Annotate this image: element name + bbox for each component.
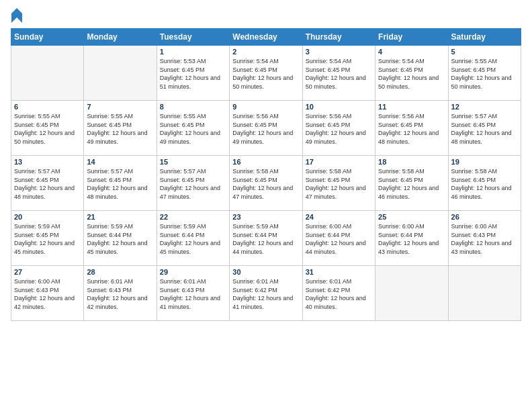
calendar-cell: 24Sunrise: 6:00 AMSunset: 6:44 PMDayligh…: [302, 211, 375, 266]
weekday-header: Monday: [84, 29, 157, 46]
weekday-header: Saturday: [448, 29, 521, 46]
day-number: 19: [451, 158, 518, 166]
calendar-cell: 25Sunrise: 6:00 AMSunset: 6:44 PMDayligh…: [375, 211, 448, 266]
day-number: 11: [378, 103, 445, 111]
calendar-cell: 1Sunrise: 5:53 AMSunset: 6:45 PMDaylight…: [157, 46, 229, 101]
day-number: 10: [306, 103, 372, 111]
cell-content: Sunrise: 6:01 AMSunset: 6:42 PMDaylight:…: [306, 277, 372, 311]
cell-content: Sunrise: 5:59 AMSunset: 6:44 PMDaylight:…: [232, 222, 299, 256]
calendar-cell: 15Sunrise: 5:57 AMSunset: 6:45 PMDayligh…: [157, 156, 229, 211]
cell-content: Sunrise: 5:54 AMSunset: 6:45 PMDaylight:…: [232, 57, 299, 91]
day-number: 9: [232, 103, 299, 111]
calendar-cell: 13Sunrise: 5:57 AMSunset: 6:45 PMDayligh…: [11, 156, 84, 211]
day-number: 28: [87, 268, 153, 276]
calendar-cell: 5Sunrise: 5:55 AMSunset: 6:45 PMDaylight…: [448, 46, 521, 101]
calendar-cell: 19Sunrise: 5:58 AMSunset: 6:45 PMDayligh…: [448, 156, 521, 211]
day-number: 13: [14, 158, 81, 166]
calendar-cell: 12Sunrise: 5:57 AMSunset: 6:45 PMDayligh…: [448, 101, 521, 156]
cell-content: Sunrise: 5:57 AMSunset: 6:45 PMDaylight:…: [451, 112, 518, 146]
day-number: 14: [87, 158, 153, 166]
day-number: 22: [160, 213, 226, 221]
cell-content: Sunrise: 5:59 AMSunset: 6:44 PMDaylight:…: [160, 222, 226, 256]
weekday-header: Tuesday: [157, 29, 229, 46]
calendar-cell: [11, 46, 84, 101]
logo-icon: [11, 8, 22, 23]
weekday-header: Wednesday: [230, 29, 302, 46]
cell-content: Sunrise: 5:54 AMSunset: 6:45 PMDaylight:…: [378, 57, 445, 91]
cell-content: Sunrise: 5:57 AMSunset: 6:45 PMDaylight:…: [14, 167, 81, 201]
day-number: 15: [160, 158, 226, 166]
day-number: 29: [160, 268, 226, 276]
calendar-cell: 9Sunrise: 5:56 AMSunset: 6:45 PMDaylight…: [230, 101, 302, 156]
logo-text: [11, 8, 23, 23]
calendar-cell: 30Sunrise: 6:01 AMSunset: 6:42 PMDayligh…: [230, 266, 302, 321]
cell-content: Sunrise: 6:00 AMSunset: 6:43 PMDaylight:…: [14, 277, 81, 311]
cell-content: Sunrise: 5:58 AMSunset: 6:45 PMDaylight:…: [232, 167, 299, 201]
calendar-cell: 11Sunrise: 5:56 AMSunset: 6:45 PMDayligh…: [375, 101, 448, 156]
day-number: 1: [160, 48, 226, 56]
calendar-cell: 14Sunrise: 5:57 AMSunset: 6:45 PMDayligh…: [84, 156, 157, 211]
calendar-week-row: 27Sunrise: 6:00 AMSunset: 6:43 PMDayligh…: [11, 266, 521, 321]
day-number: 30: [232, 268, 299, 276]
logo: [11, 8, 23, 23]
calendar-week-row: 13Sunrise: 5:57 AMSunset: 6:45 PMDayligh…: [11, 156, 521, 211]
calendar-cell: 8Sunrise: 5:55 AMSunset: 6:45 PMDaylight…: [157, 101, 229, 156]
calendar-cell: 18Sunrise: 5:58 AMSunset: 6:45 PMDayligh…: [375, 156, 448, 211]
day-number: 20: [14, 213, 81, 221]
cell-content: Sunrise: 5:55 AMSunset: 6:45 PMDaylight:…: [87, 112, 153, 146]
cell-content: Sunrise: 5:58 AMSunset: 6:45 PMDaylight:…: [378, 167, 445, 201]
calendar-week-row: 20Sunrise: 5:59 AMSunset: 6:45 PMDayligh…: [11, 211, 521, 266]
calendar-cell: 6Sunrise: 5:55 AMSunset: 6:45 PMDaylight…: [11, 101, 84, 156]
calendar-cell: 31Sunrise: 6:01 AMSunset: 6:42 PMDayligh…: [302, 266, 375, 321]
day-number: 26: [451, 213, 518, 221]
day-number: 27: [14, 268, 81, 276]
day-number: 4: [378, 48, 445, 56]
calendar-cell: 28Sunrise: 6:01 AMSunset: 6:43 PMDayligh…: [84, 266, 157, 321]
day-number: 3: [306, 48, 372, 56]
calendar-cell: [375, 266, 448, 321]
calendar-body: 1Sunrise: 5:53 AMSunset: 6:45 PMDaylight…: [11, 46, 521, 321]
cell-content: Sunrise: 5:55 AMSunset: 6:45 PMDaylight:…: [14, 112, 81, 146]
day-number: 2: [232, 48, 299, 56]
calendar-header-row: SundayMondayTuesdayWednesdayThursdayFrid…: [11, 29, 521, 46]
cell-content: Sunrise: 5:54 AMSunset: 6:45 PMDaylight:…: [306, 57, 372, 91]
cell-content: Sunrise: 5:56 AMSunset: 6:45 PMDaylight:…: [232, 112, 299, 146]
calendar-cell: 20Sunrise: 5:59 AMSunset: 6:45 PMDayligh…: [11, 211, 84, 266]
cell-content: Sunrise: 6:00 AMSunset: 6:44 PMDaylight:…: [378, 222, 445, 256]
cell-content: Sunrise: 6:00 AMSunset: 6:44 PMDaylight:…: [306, 222, 372, 256]
calendar-cell: 21Sunrise: 5:59 AMSunset: 6:44 PMDayligh…: [84, 211, 157, 266]
cell-content: Sunrise: 5:55 AMSunset: 6:45 PMDaylight:…: [451, 57, 518, 91]
calendar-cell: 7Sunrise: 5:55 AMSunset: 6:45 PMDaylight…: [84, 101, 157, 156]
day-number: 16: [232, 158, 299, 166]
calendar-cell: 10Sunrise: 5:56 AMSunset: 6:45 PMDayligh…: [302, 101, 375, 156]
weekday-header: Thursday: [302, 29, 375, 46]
cell-content: Sunrise: 5:58 AMSunset: 6:45 PMDaylight:…: [306, 167, 372, 201]
weekday-header: Friday: [375, 29, 448, 46]
calendar-cell: 27Sunrise: 6:00 AMSunset: 6:43 PMDayligh…: [11, 266, 84, 321]
calendar-cell: 26Sunrise: 6:00 AMSunset: 6:43 PMDayligh…: [448, 211, 521, 266]
cell-content: Sunrise: 5:58 AMSunset: 6:45 PMDaylight:…: [451, 167, 518, 201]
cell-content: Sunrise: 5:56 AMSunset: 6:45 PMDaylight:…: [306, 112, 372, 146]
day-number: 8: [160, 103, 226, 111]
day-number: 24: [306, 213, 372, 221]
day-number: 23: [232, 213, 299, 221]
calendar-cell: 3Sunrise: 5:54 AMSunset: 6:45 PMDaylight…: [302, 46, 375, 101]
calendar-cell: 16Sunrise: 5:58 AMSunset: 6:45 PMDayligh…: [230, 156, 302, 211]
calendar-cell: [84, 46, 157, 101]
header: [11, 8, 521, 23]
cell-content: Sunrise: 5:59 AMSunset: 6:45 PMDaylight:…: [14, 222, 81, 256]
cell-content: Sunrise: 5:59 AMSunset: 6:44 PMDaylight:…: [87, 222, 153, 256]
calendar-cell: 17Sunrise: 5:58 AMSunset: 6:45 PMDayligh…: [302, 156, 375, 211]
day-number: 12: [451, 103, 518, 111]
calendar-cell: 22Sunrise: 5:59 AMSunset: 6:44 PMDayligh…: [157, 211, 229, 266]
calendar-week-row: 6Sunrise: 5:55 AMSunset: 6:45 PMDaylight…: [11, 101, 521, 156]
cell-content: Sunrise: 5:55 AMSunset: 6:45 PMDaylight:…: [160, 112, 226, 146]
calendar-cell: 4Sunrise: 5:54 AMSunset: 6:45 PMDaylight…: [375, 46, 448, 101]
svg-marker-0: [11, 8, 22, 23]
calendar-week-row: 1Sunrise: 5:53 AMSunset: 6:45 PMDaylight…: [11, 46, 521, 101]
day-number: 17: [306, 158, 372, 166]
cell-content: Sunrise: 6:01 AMSunset: 6:43 PMDaylight:…: [87, 277, 153, 311]
day-number: 18: [378, 158, 445, 166]
page: SundayMondayTuesdayWednesdayThursdayFrid…: [0, 0, 532, 411]
cell-content: Sunrise: 5:53 AMSunset: 6:45 PMDaylight:…: [160, 57, 226, 91]
